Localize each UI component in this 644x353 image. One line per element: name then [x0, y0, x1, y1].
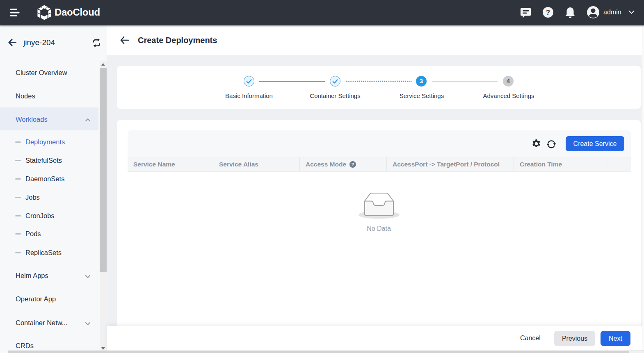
svg-text:?: ?	[546, 9, 550, 16]
svg-text:?: ?	[352, 162, 354, 167]
